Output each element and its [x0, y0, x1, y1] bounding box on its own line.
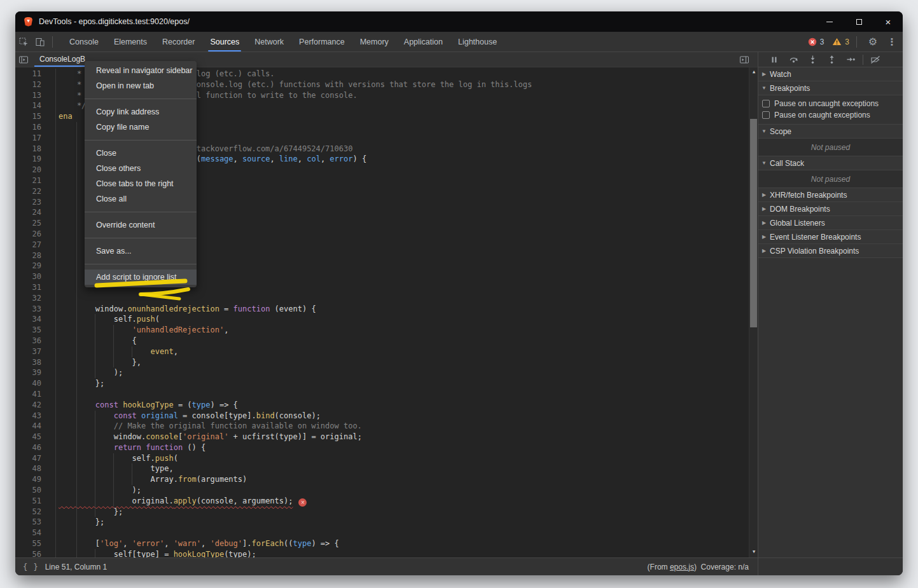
line-number[interactable]: 44: [15, 421, 46, 432]
line-number[interactable]: 14: [15, 100, 46, 111]
step-icon[interactable]: [842, 53, 859, 67]
minimize-button[interactable]: [815, 11, 844, 32]
deactivate-breakpoints-icon[interactable]: [867, 53, 884, 67]
line-number[interactable]: 26: [15, 229, 46, 240]
line-number[interactable]: 40: [15, 378, 46, 389]
breakpoint-gutter[interactable]: [46, 346, 56, 357]
line-number[interactable]: 21: [15, 175, 46, 186]
menu-item-add-script-to-ignore-list[interactable]: Add script to ignore list: [85, 270, 197, 285]
line-number[interactable]: 16: [15, 122, 46, 133]
line-number[interactable]: 27: [15, 240, 46, 250]
breakpoint-gutter[interactable]: [46, 357, 56, 368]
toggle-debugger-sidebar-icon[interactable]: [736, 52, 753, 67]
breakpoint-gutter[interactable]: [46, 240, 56, 250]
section-header-breakpoints[interactable]: ▼Breakpoints: [758, 81, 903, 95]
tab-console[interactable]: Console: [62, 32, 106, 51]
breakpoint-gutter[interactable]: [46, 507, 56, 517]
line-number[interactable]: 39: [15, 367, 46, 378]
breakpoint-gutter[interactable]: [46, 144, 56, 154]
line-number[interactable]: 42: [15, 400, 46, 411]
menu-item-reveal-in-navigator-sidebar[interactable]: Reveal in navigator sidebar: [85, 63, 197, 78]
menu-item-close[interactable]: Close: [85, 146, 197, 161]
line-number[interactable]: 11: [15, 69, 46, 79]
line-number[interactable]: 47: [15, 453, 46, 464]
breakpoint-gutter[interactable]: [46, 90, 56, 101]
tab-sources[interactable]: Sources: [202, 32, 247, 51]
breakpoint-gutter[interactable]: [46, 411, 56, 421]
breakpoint-gutter[interactable]: [46, 79, 56, 90]
breakpoint-gutter[interactable]: [46, 229, 56, 240]
breakpoint-gutter[interactable]: [46, 186, 56, 197]
breakpoint-gutter[interactable]: [46, 400, 56, 411]
breakpoint-gutter[interactable]: [46, 463, 56, 474]
section-header-dom-breakpoints[interactable]: ▶DOM Breakpoints: [758, 202, 903, 216]
line-number[interactable]: 19: [15, 154, 46, 165]
breakpoint-gutter[interactable]: [46, 69, 56, 79]
breakpoint-gutter[interactable]: [46, 218, 56, 229]
breakpoint-gutter[interactable]: [46, 261, 56, 271]
breakpoint-gutter[interactable]: [46, 100, 56, 111]
breakpoint-gutter[interactable]: [46, 325, 56, 336]
section-header-global-listeners[interactable]: ▶Global Listeners: [758, 216, 903, 230]
inspect-element-icon[interactable]: [15, 34, 32, 50]
line-number[interactable]: 53: [15, 517, 46, 528]
menu-item-override-content[interactable]: Override content: [85, 217, 197, 233]
close-button[interactable]: ×: [873, 11, 903, 32]
breakpoint-gutter[interactable]: [46, 442, 56, 453]
menu-item-open-in-new-tab[interactable]: Open in new tab: [85, 78, 197, 93]
breakpoint-gutter[interactable]: [46, 485, 56, 496]
line-number[interactable]: 41: [15, 389, 46, 400]
tab-application[interactable]: Application: [396, 32, 450, 51]
pretty-print-icon[interactable]: { }: [23, 563, 39, 571]
error-badge-icon[interactable]: [808, 38, 817, 46]
line-number[interactable]: 45: [15, 432, 46, 442]
line-number[interactable]: 52: [15, 507, 46, 517]
warning-badge-icon[interactable]: [832, 38, 842, 46]
section-header-call-stack[interactable]: ▼Call Stack: [758, 156, 903, 170]
tab-elements[interactable]: Elements: [106, 32, 155, 51]
breakpoint-gutter[interactable]: [46, 282, 56, 293]
error-icon[interactable]: ×: [298, 498, 307, 507]
pause-script-icon[interactable]: [766, 53, 782, 67]
checkbox[interactable]: [762, 100, 770, 107]
line-number[interactable]: 17: [15, 133, 46, 144]
line-number[interactable]: 31: [15, 282, 46, 293]
breakpoint-gutter[interactable]: [46, 378, 56, 389]
scroll-up-icon[interactable]: ▲: [749, 68, 758, 76]
breakpoint-gutter[interactable]: [46, 175, 56, 186]
line-number[interactable]: 23: [15, 197, 46, 208]
breakpoint-gutter[interactable]: [46, 207, 56, 218]
breakpoint-gutter[interactable]: [46, 336, 56, 346]
breakpoint-gutter[interactable]: [46, 538, 56, 549]
breakpoint-gutter[interactable]: [46, 367, 56, 378]
line-number[interactable]: 46: [15, 442, 46, 453]
section-header-watch[interactable]: ▶Watch: [758, 67, 903, 81]
editor-scrollbar[interactable]: ▲ ▼: [749, 67, 758, 557]
tab-memory[interactable]: Memory: [352, 32, 396, 51]
breakpoint-gutter[interactable]: [46, 474, 56, 485]
breakpoint-gutter[interactable]: [46, 122, 56, 133]
menu-item-close-all[interactable]: Close all: [85, 191, 197, 207]
line-number[interactable]: 49: [15, 474, 46, 485]
breakpoint-gutter[interactable]: [46, 517, 56, 528]
step-over-icon[interactable]: [785, 53, 802, 67]
breakpoint-gutter[interactable]: [46, 549, 56, 557]
line-number[interactable]: 55: [15, 538, 46, 549]
breakpoint-gutter[interactable]: [46, 154, 56, 165]
maximize-button[interactable]: [844, 11, 873, 32]
breakpoint-gutter[interactable]: [46, 496, 56, 507]
breakpoint-gutter[interactable]: [46, 453, 56, 464]
tab-performance[interactable]: Performance: [291, 32, 352, 51]
breakpoint-gutter[interactable]: [46, 314, 56, 325]
line-number[interactable]: 22: [15, 186, 46, 197]
line-number[interactable]: 18: [15, 144, 46, 154]
line-number[interactable]: 48: [15, 463, 46, 474]
line-number[interactable]: 20: [15, 165, 46, 175]
checkbox[interactable]: [762, 111, 770, 119]
line-number[interactable]: 13: [15, 90, 46, 101]
tab-network[interactable]: Network: [247, 32, 291, 51]
line-number[interactable]: 36: [15, 336, 46, 346]
breakpoint-gutter[interactable]: [46, 111, 56, 122]
line-number[interactable]: 35: [15, 325, 46, 336]
line-number[interactable]: 51: [15, 496, 46, 507]
